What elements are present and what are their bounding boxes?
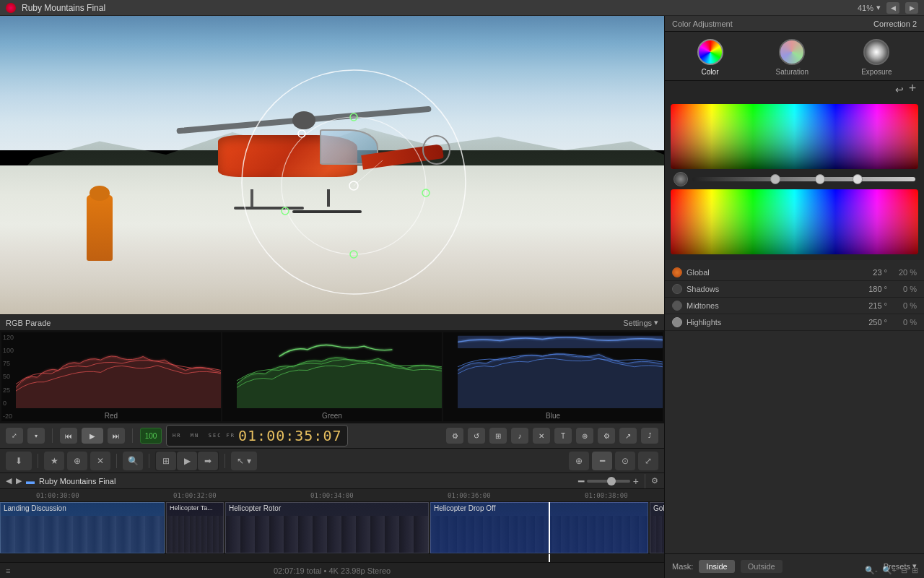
expand-btn[interactable]: ⤢ bbox=[6, 428, 23, 444]
video-track: Landing Discussion Helicopter Ta... Heli… bbox=[0, 502, 664, 554]
correction-row-highlights[interactable]: Highlights 250 ° 0 % bbox=[665, 314, 924, 331]
color-tabs: Color Saturation Exposure bbox=[665, 32, 924, 81]
expand-status-btn[interactable]: ⊞ bbox=[912, 566, 918, 575]
settings-btn-tl[interactable]: ⚙ bbox=[651, 476, 658, 486]
export-btn[interactable]: ⤴ bbox=[641, 428, 658, 444]
correction-label: Correction 2 bbox=[873, 20, 917, 28]
color-wheel-area bbox=[665, 98, 924, 260]
timecode-display: HR MN SEC FR 01:00:35:07 bbox=[166, 425, 348, 447]
tool-options-btn[interactable]: ⚙ bbox=[446, 428, 463, 444]
clip-helicopter-dropoff[interactable]: Helicopter Drop Off bbox=[430, 502, 648, 553]
scopes-title: RGB Parade bbox=[6, 319, 51, 327]
zoom-level: 41% ▾ bbox=[858, 3, 881, 12]
select-tool-btn[interactable]: ↖ ▾ bbox=[231, 452, 257, 470]
title-btn[interactable]: T bbox=[554, 428, 572, 444]
status-bar: ≡ 02:07:19 total • 4K 23.98p Stereo 🔍- 🔍… bbox=[0, 562, 664, 578]
plus-btn[interactable]: ⊕ bbox=[576, 428, 593, 444]
color-panel-header: Color Adjustment Correction 2 bbox=[665, 16, 924, 32]
clip-landing-discussion[interactable]: Landing Discussion bbox=[0, 502, 165, 553]
snapshot-btn[interactable]: ⊞ bbox=[489, 428, 507, 444]
undo-btn[interactable]: ↩ bbox=[892, 82, 907, 97]
expand-timeline-btn[interactable]: ⤢ bbox=[638, 452, 658, 470]
playhead-2 bbox=[549, 554, 550, 562]
zoom-out-status-btn[interactable]: 🔍- bbox=[865, 566, 878, 575]
mute-btn[interactable]: ✕ bbox=[533, 428, 550, 444]
transport-bar: ⤢ ▾ ⏮ ▶ ⏭ 100 HR MN SEC FR 01:00:35:07 ⚙ bbox=[0, 423, 664, 449]
video-preview[interactable] bbox=[0, 16, 664, 314]
app-title: Ruby Mountains Final bbox=[22, 3, 105, 13]
time-marker-5: 01:00:38:00 bbox=[585, 492, 628, 499]
tab-color[interactable]: Color bbox=[697, 39, 723, 76]
time-marker-1: 01:00:30:00 bbox=[36, 492, 79, 499]
audio-btn[interactable]: ♪ bbox=[511, 428, 528, 444]
zoom-plus-btn[interactable]: + bbox=[633, 475, 639, 487]
correction-row-midtones[interactable]: Midtones 215 ° 0 % bbox=[665, 298, 924, 314]
import-btn[interactable]: ⬇ bbox=[6, 452, 32, 470]
timeline-forward-btn[interactable]: ▶ bbox=[16, 476, 22, 486]
match-color-btn[interactable]: ↺ bbox=[468, 428, 485, 444]
zoom-in-status-btn[interactable]: 🔍+ bbox=[882, 566, 897, 575]
collapse-btn[interactable]: ⊟ bbox=[901, 566, 907, 575]
time-marker-3: 01:00:34:00 bbox=[310, 492, 354, 499]
nav-right-btn[interactable]: ▶ bbox=[905, 2, 918, 14]
nav-left-btn[interactable]: ◀ bbox=[886, 2, 899, 14]
red-label: Red bbox=[105, 412, 118, 420]
clip-helicopter-ta[interactable]: Helicopter Ta... bbox=[166, 502, 224, 553]
color-corrections: Global 23 ° 20 % Shadows 180 ° 0 % Midto… bbox=[665, 260, 924, 335]
color-sliders bbox=[671, 172, 918, 186]
zoom-in-btn[interactable]: ⊕ bbox=[569, 452, 589, 470]
scope-green: Green bbox=[222, 332, 442, 421]
correction-row-global[interactable]: Global 23 ° 20 % bbox=[665, 264, 924, 281]
go-to-start-btn[interactable]: ⏮ bbox=[60, 428, 77, 444]
scopes-header: RGB Parade Settings ▾ bbox=[0, 315, 664, 331]
toolbar: ⬇ ★ ⊕ ✕ 🔍 ⊞ ▶ ➡ ↖ ▾ ⊕ ━ ⊙ ⤢ bbox=[0, 449, 664, 473]
multicam-btn[interactable]: ⊞ bbox=[156, 452, 176, 470]
view-options-btn[interactable]: ▾ bbox=[27, 428, 45, 444]
zoom-minus-btn[interactable]: ━ bbox=[578, 475, 584, 487]
timeline: 01:00:30:00 01:00:32:00 01:00:34:00 01:0… bbox=[0, 489, 664, 562]
favorite-btn[interactable]: ★ bbox=[44, 452, 64, 470]
zoom-slider[interactable] bbox=[587, 480, 630, 483]
playhead bbox=[549, 502, 550, 553]
mask-outside-btn[interactable]: Outside bbox=[741, 560, 783, 573]
green-label: Green bbox=[322, 412, 342, 420]
clip-gopro-1[interactable]: GoPro 60p 1 bbox=[650, 502, 664, 553]
hue-gradient-bar[interactable] bbox=[671, 189, 918, 254]
top-bar: Ruby Mountains Final 41% ▾ ◀ ▶ bbox=[0, 0, 924, 16]
zoom-out-btn[interactable]: ━ bbox=[592, 452, 612, 470]
unrate-btn[interactable]: ⊕ bbox=[67, 452, 87, 470]
hue-sat-picker[interactable] bbox=[671, 104, 918, 169]
zoom-btn2[interactable]: ⊙ bbox=[615, 452, 635, 470]
clip-view-btn[interactable]: ▶ bbox=[177, 452, 197, 470]
left-panel: RGB Parade Settings ▾ 1201007550250-20 bbox=[0, 16, 664, 578]
scope-blue: Blue bbox=[443, 332, 663, 421]
lightness-slider[interactable] bbox=[692, 177, 915, 181]
play-btn[interactable]: ▶ bbox=[82, 428, 103, 444]
time-marker-2: 01:00:32:00 bbox=[173, 492, 217, 499]
blue-label: Blue bbox=[546, 412, 560, 420]
right-panel: Color Adjustment Correction 2 Color Satu… bbox=[664, 16, 924, 578]
main-layout: RGB Parade Settings ▾ 1201007550250-20 bbox=[0, 16, 924, 578]
correction-row-shadows[interactable]: Shadows 180 ° 0 % bbox=[665, 281, 924, 298]
timeline-track-header: ◀ ▶ ▬ Ruby Mountains Final ━ + ⚙ bbox=[0, 473, 664, 489]
time-marker-4: 01:00:36:00 bbox=[448, 492, 491, 499]
vu-meter: 100 bbox=[140, 428, 162, 444]
status-text: 02:07:19 total • 4K 23.98p Stereo bbox=[274, 566, 391, 575]
mask-inside-btn[interactable]: Inside bbox=[699, 560, 734, 573]
tab-exposure[interactable]: Exposure bbox=[861, 39, 892, 76]
add-correction-btn[interactable]: + bbox=[907, 82, 918, 94]
color-circle-small[interactable] bbox=[674, 172, 688, 186]
app-icon bbox=[6, 3, 16, 13]
share-btn[interactable]: ↗ bbox=[619, 428, 637, 444]
trim-btn[interactable]: ➡ bbox=[198, 452, 218, 470]
clip-helicopter-rotor[interactable]: Helicopter Rotor bbox=[225, 502, 429, 553]
timeline-back-btn[interactable]: ◀ bbox=[6, 476, 12, 486]
gear-btn[interactable]: ⚙ bbox=[598, 428, 615, 444]
scopes-content: 1201007550250-20 bbox=[0, 331, 664, 423]
go-to-end-btn[interactable]: ⏭ bbox=[108, 428, 125, 444]
tab-saturation[interactable]: Saturation bbox=[776, 39, 809, 76]
reject-btn[interactable]: ✕ bbox=[90, 452, 110, 470]
list-view-btn[interactable]: ≡ bbox=[6, 566, 10, 575]
search-btn[interactable]: 🔍 bbox=[123, 452, 143, 470]
scopes-settings-btn[interactable]: Settings ▾ bbox=[623, 318, 658, 327]
